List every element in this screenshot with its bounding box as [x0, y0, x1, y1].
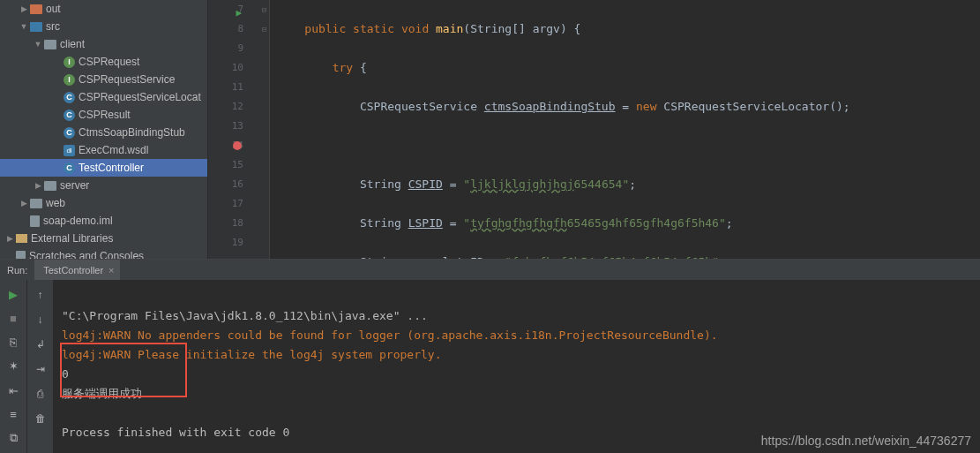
- softwrap-button[interactable]: ↲: [31, 335, 50, 354]
- run-label: Run:: [0, 265, 34, 276]
- class-icon: C: [64, 92, 75, 103]
- tree-label: TestController: [79, 162, 144, 174]
- line-number: 19: [232, 237, 243, 248]
- console-line: 服务端调用成功: [62, 387, 142, 400]
- console-line: "C:\Program Files\Java\jdk1.8.0_112\bin\…: [62, 309, 428, 322]
- interface-icon: I: [64, 74, 75, 86]
- tree-item-execcmd[interactable]: dlExecCmd.wsdl: [0, 141, 207, 159]
- chevron-down-icon: ▼: [34, 40, 42, 49]
- run-console[interactable]: "C:\Program Files\Java\jdk1.8.0_112\bin\…: [53, 280, 980, 453]
- settings-button[interactable]: ✶: [4, 357, 23, 375]
- console-line: 0: [62, 367, 69, 381]
- tree-label: Scratches and Consoles: [29, 250, 144, 259]
- tree-item-out[interactable]: ▶out: [0, 0, 207, 18]
- iml-icon: [30, 215, 40, 227]
- line-number: 12: [232, 101, 243, 112]
- line-number: 17: [232, 198, 243, 209]
- code-content[interactable]: public static void main(String[] argv) {…: [270, 0, 980, 259]
- up-button[interactable]: ↑: [31, 285, 50, 305]
- chevron-right-icon: ▶: [34, 181, 42, 190]
- breakpoint-icon[interactable]: [233, 141, 242, 150]
- class-icon: C: [64, 127, 75, 139]
- tree-label: CSPRequestServiceLocat: [79, 91, 201, 103]
- tree-label: out: [46, 3, 61, 15]
- code-editor[interactable]: 7▶ 8 9 10 11 12 13 14 15 16 17 18 19 ⊟⊟ …: [208, 0, 980, 259]
- folder-icon: [30, 199, 42, 208]
- tree-item-soapdemo[interactable]: soap-demo.iml: [0, 212, 207, 230]
- layout-button[interactable]: ⧉: [4, 429, 23, 448]
- clear-button[interactable]: 🗑: [31, 409, 50, 428]
- tree-label: server: [60, 179, 89, 192]
- tree-label: ExecCmd.wsdl: [79, 144, 148, 156]
- console-line: Process finished with exit code 0: [62, 426, 289, 439]
- print-button[interactable]: ⎙: [31, 384, 50, 404]
- tree-item-server[interactable]: ▶server: [0, 177, 207, 194]
- tree-item-cspresult[interactable]: CCSPResult: [0, 106, 207, 124]
- tree-label: web: [46, 197, 65, 209]
- line-number: 11: [232, 81, 243, 93]
- pin-button[interactable]: ≡: [4, 405, 23, 424]
- tree-item-web[interactable]: ▶web: [0, 194, 207, 212]
- tree-item-external-libraries[interactable]: ▶External Libraries: [0, 230, 207, 247]
- console-line: log4j:WARN No appenders could be found f…: [62, 328, 718, 342]
- chevron-right-icon: ▶: [5, 234, 14, 243]
- stop-button[interactable]: ■: [4, 309, 23, 328]
- console-line: log4j:WARN Please initialize the log4j s…: [62, 348, 441, 361]
- tree-item-client[interactable]: ▼client: [0, 35, 207, 53]
- dump-button[interactable]: ⎘: [4, 333, 23, 351]
- chevron-right-icon: ▶: [19, 4, 28, 13]
- line-number: 15: [232, 159, 243, 170]
- run-left-toolbar: ▶ ■ ⎘ ✶ ⇤ ≡ ⧉: [0, 280, 26, 453]
- exit-button[interactable]: ⇤: [4, 381, 23, 400]
- tree-label: src: [46, 20, 60, 33]
- chevron-down-icon: ▼: [19, 22, 28, 31]
- class-icon: C: [64, 162, 75, 174]
- fold-column[interactable]: ⊟⊟: [259, 0, 270, 259]
- tree-item-csprequestservice[interactable]: ICSPRequestService: [0, 71, 207, 88]
- package-icon: [44, 181, 56, 191]
- tree-item-csprequest[interactable]: ICSPRequest: [0, 53, 207, 71]
- scratch-icon: [16, 251, 26, 260]
- tree-label: External Libraries: [31, 232, 113, 245]
- rerun-button[interactable]: ▶: [4, 285, 23, 304]
- chevron-right-icon: ▶: [19, 199, 28, 208]
- line-number: 16: [232, 178, 243, 190]
- tree-item-csprequestservicelocator[interactable]: CCSPRequestServiceLocat: [0, 88, 207, 106]
- run-tab-label: TestController: [43, 265, 103, 276]
- run-tab[interactable]: TestController ×: [34, 260, 119, 280]
- library-icon: [16, 234, 27, 243]
- tree-label: soap-demo.iml: [43, 215, 113, 227]
- tree-label: client: [60, 38, 85, 50]
- folder-icon: [30, 4, 42, 14]
- tree-label: CSPRequestService: [79, 73, 175, 86]
- folder-icon: [30, 22, 42, 32]
- line-number: 10: [232, 62, 243, 73]
- scroll-end-button[interactable]: ⇥: [31, 359, 50, 379]
- run-header: Run: TestController ×: [0, 260, 980, 280]
- watermark: https://blog.csdn.net/weixin_44736277: [761, 434, 971, 448]
- tree-label: CtmsSoapBindingStub: [79, 126, 185, 139]
- editor-gutter[interactable]: 7▶ 8 9 10 11 12 13 14 15 16 17 18 19: [208, 0, 259, 259]
- interface-icon: I: [64, 57, 75, 68]
- line-number: 13: [232, 120, 243, 132]
- tree-item-scratches[interactable]: Scratches and Consoles: [0, 247, 207, 259]
- package-icon: [44, 40, 56, 49]
- tree-item-testcontroller[interactable]: CTestController: [0, 159, 207, 177]
- tree-item-ctmssoapbindingstub[interactable]: CCtmsSoapBindingStub: [0, 124, 207, 141]
- run-mid-toolbar: ↑ ↓ ↲ ⇥ ⎙ 🗑: [26, 280, 53, 453]
- tree-label: CSPResult: [79, 109, 131, 121]
- close-icon[interactable]: ×: [108, 265, 114, 276]
- tree-label: CSPRequest: [79, 56, 139, 68]
- line-number: 18: [232, 217, 243, 229]
- down-button[interactable]: ↓: [31, 310, 50, 329]
- class-icon: C: [64, 109, 75, 121]
- project-tree[interactable]: ▶out ▼src ▼client ICSPRequest ICSPReques…: [0, 0, 208, 259]
- run-tool-window: Run: TestController × ▶ ■ ⎘ ✶ ⇤ ≡ ⧉ ↑ ↓ …: [0, 259, 980, 453]
- line-number: 9: [237, 42, 243, 54]
- tree-item-src[interactable]: ▼src: [0, 18, 207, 35]
- line-number: 8: [237, 23, 243, 34]
- wsdl-icon: dl: [64, 145, 75, 156]
